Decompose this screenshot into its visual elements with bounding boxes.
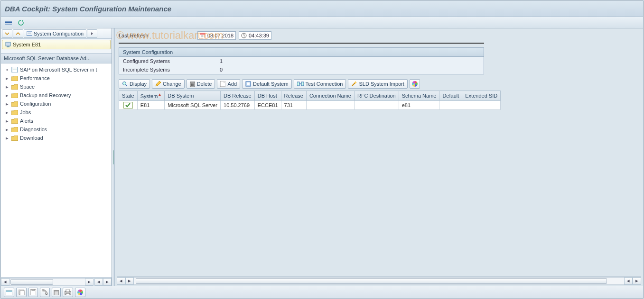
page-icon <box>220 81 225 87</box>
scroll-left-icon[interactable]: ◂ <box>1 278 9 286</box>
expander-icon[interactable]: ▸ <box>5 101 9 107</box>
cell-system: E81 <box>137 100 165 109</box>
scroll-left2-icon[interactable]: ◂ <box>94 278 103 286</box>
svg-rect-20 <box>190 82 195 82</box>
date-field[interactable]: 08.07.2018 <box>197 31 236 40</box>
scroll-right2-icon[interactable]: ▸ <box>103 278 112 286</box>
refresh-icon[interactable] <box>16 18 26 27</box>
time-field[interactable]: 04:43:39 <box>239 31 271 40</box>
tree-item-diagnostics[interactable]: ▸ Diagnostics <box>1 125 112 134</box>
svg-rect-36 <box>54 291 58 295</box>
svg-point-18 <box>123 82 126 85</box>
tree-item-space[interactable]: ▸ Space <box>1 82 112 91</box>
connection-icon <box>297 81 304 87</box>
tree-item-label: Alerts <box>20 118 33 124</box>
color-wheel-icon[interactable] <box>75 288 85 297</box>
expander-icon[interactable]: ▸ <box>5 75 9 82</box>
tree-item-backup[interactable]: ▸ Backup and Recovery <box>1 91 112 100</box>
trash-icon <box>190 81 195 87</box>
tree-item-sap-doc[interactable]: • SAP on Microsoft SQL Server in t <box>1 65 112 74</box>
col-system[interactable]: System▲ <box>137 91 165 101</box>
expander-icon[interactable]: ▸ <box>5 118 9 124</box>
col-rfc[interactable]: RFC Destination <box>354 91 399 101</box>
delete-label: Delete <box>197 81 212 87</box>
refresh-row: Last Refresh 08.07.2018 04:43:39 <box>115 28 643 42</box>
copy-icon[interactable] <box>16 288 27 297</box>
folder-icon <box>11 127 18 132</box>
sld-label: SLD System Import <box>359 81 404 87</box>
new-session-icon[interactable] <box>4 288 14 297</box>
sld-import-button[interactable]: SLD System Import <box>348 79 407 89</box>
sort-asc-icon: ▲ <box>158 92 161 97</box>
expander-icon[interactable]: ▸ <box>5 92 9 99</box>
scroll-thumb[interactable] <box>136 278 607 284</box>
tree-item-label: Jobs <box>20 109 31 115</box>
sidebar-scrollbar[interactable]: ◂ ▸ ◂ ▸ <box>1 277 112 286</box>
collapse-up-icon[interactable] <box>13 29 23 38</box>
page-title: DBA Cockpit: System Configuration Mainte… <box>5 5 171 13</box>
col-release[interactable]: Release <box>281 91 306 101</box>
svg-rect-33 <box>20 290 24 295</box>
col-conn[interactable]: Connection Name <box>306 91 354 101</box>
print-icon[interactable] <box>63 288 73 297</box>
system-configuration-label: System Configuration <box>34 31 84 36</box>
clock-icon <box>241 33 247 38</box>
cell-schema: e81 <box>399 100 439 109</box>
sidebar: System Configuration System E81 Microsof… <box>1 28 112 286</box>
color-legend-button[interactable] <box>410 79 420 89</box>
scroll-right2-icon[interactable]: ▸ <box>633 277 641 285</box>
menu-icon[interactable] <box>4 18 13 27</box>
clipboard-icon[interactable] <box>28 288 38 297</box>
tree-header[interactable]: Microsoft SQL Server: Database Ad... <box>1 53 112 63</box>
grid-row[interactable]: E81 Microsoft SQL Server 10.50.2769 ECCE… <box>119 100 501 109</box>
scroll-right-icon[interactable]: ▸ <box>85 278 93 286</box>
tree-item-configuration[interactable]: ▸ Configuration <box>1 100 112 108</box>
scroll-left-icon[interactable]: ◂ <box>117 277 125 285</box>
expander-icon[interactable]: ▸ <box>5 135 9 141</box>
system-badge[interactable]: System E81 <box>2 40 111 49</box>
default-system-button[interactable]: Default System <box>242 79 292 89</box>
phone-icon[interactable] <box>40 288 50 297</box>
splitter[interactable] <box>112 28 115 286</box>
svg-rect-10 <box>13 69 17 69</box>
col-extsid[interactable]: Extended SID <box>462 91 501 101</box>
panel-key: Configured Systems <box>123 58 208 64</box>
folder-icon <box>11 136 18 141</box>
tree-item-alerts[interactable]: ▸ Alerts <box>1 117 112 125</box>
system-icon <box>5 42 11 47</box>
tree-item-download[interactable]: ▸ Download <box>1 134 112 142</box>
panel-row-incomplete: Incomplete Systems 0 <box>119 65 484 74</box>
col-dbhost[interactable]: DB Host <box>254 91 281 101</box>
delete-button[interactable]: Delete <box>187 79 215 89</box>
systems-grid: State System▲ DB System DB Release DB Ho… <box>119 91 639 110</box>
col-dbsystem[interactable]: DB System <box>165 91 221 101</box>
expander-icon[interactable]: ▸ <box>5 109 9 116</box>
scroll-right-icon[interactable]: ▸ <box>125 277 134 285</box>
default-label: Default System <box>253 81 289 87</box>
col-schema[interactable]: Schema Name <box>399 91 439 101</box>
divider <box>119 43 484 44</box>
title-bar: DBA Cockpit: System Configuration Mainte… <box>1 1 643 17</box>
expander-icon[interactable]: ▸ <box>5 84 9 90</box>
pencil-icon <box>155 81 161 87</box>
expand-down-icon[interactable] <box>2 29 12 38</box>
expander-icon[interactable]: ▸ <box>5 127 9 133</box>
tree-item-performance[interactable]: ▸ Performance <box>1 74 112 82</box>
col-state[interactable]: State <box>119 91 138 101</box>
tree-item-jobs[interactable]: ▸ Jobs <box>1 108 112 117</box>
sidebar-more-icon[interactable] <box>87 29 97 38</box>
display-button[interactable]: Display <box>119 79 150 89</box>
scroll-left2-icon[interactable]: ◂ <box>624 277 633 285</box>
system-configuration-button[interactable]: System Configuration <box>24 29 86 38</box>
color-wheel-icon <box>411 81 418 87</box>
scroll-thumb[interactable] <box>10 279 53 285</box>
test-connection-button[interactable]: Test Connection <box>294 79 346 89</box>
change-button[interactable]: Change <box>152 79 185 89</box>
grid-header-row: State System▲ DB System DB Release DB Ho… <box>119 91 501 101</box>
add-button[interactable]: Add <box>217 79 240 89</box>
col-default[interactable]: Default <box>439 91 462 101</box>
wand-icon <box>351 81 357 87</box>
trash-icon[interactable] <box>52 288 61 297</box>
svg-rect-6 <box>6 42 10 46</box>
col-dbrelease[interactable]: DB Release <box>221 91 255 101</box>
